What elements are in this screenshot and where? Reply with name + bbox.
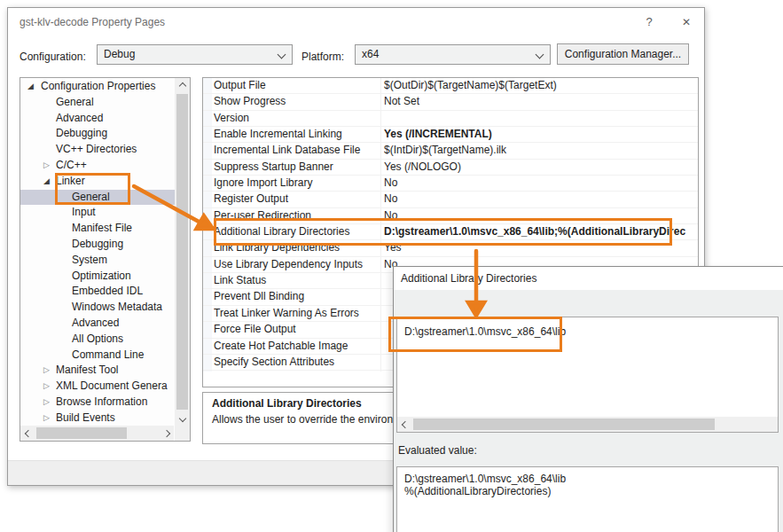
tree-item-c-c-[interactable]: ▷C/C++ xyxy=(20,158,175,174)
configuration-manager-button[interactable]: Configuration Manager... xyxy=(557,43,689,65)
property-label: Per-user Redirection xyxy=(214,208,379,223)
tree-item-label: Debugging xyxy=(72,237,123,253)
property-value[interactable]: No xyxy=(384,192,697,207)
property-value[interactable]: Not Set xyxy=(384,94,697,109)
tree-item-debugging[interactable]: Debugging xyxy=(20,237,175,253)
collapse-arrow-icon[interactable]: ◢ xyxy=(27,79,34,95)
tree-item-advanced[interactable]: Advanced xyxy=(20,316,175,332)
vertical-scroll-thumb[interactable] xyxy=(176,94,188,410)
property-value[interactable]: Yes (/INCREMENTAL) xyxy=(384,127,697,142)
tree-item-browse-information[interactable]: ▷Browse Information xyxy=(20,395,175,411)
horizontal-scroll-thumb[interactable] xyxy=(36,427,127,439)
property-description-text: Allows the user to override the environm xyxy=(212,413,402,426)
scroll-left-icon[interactable] xyxy=(397,417,412,432)
expand-arrow-icon[interactable]: ▷ xyxy=(43,158,50,174)
property-value[interactable]: $(IntDir)$(TargetName).ilk xyxy=(384,143,697,158)
configuration-select[interactable]: Debug xyxy=(97,44,293,65)
scroll-up-icon[interactable] xyxy=(175,78,190,93)
tree-item-general[interactable]: General xyxy=(20,95,175,111)
tree-item-label: Browse Information xyxy=(56,395,147,411)
property-row[interactable]: Output File$(OutDir)$(TargetName)$(Targe… xyxy=(203,78,698,94)
property-value[interactable]: Yes xyxy=(384,240,697,255)
property-label: Enable Incremental Linking xyxy=(214,127,379,142)
collapse-arrow-icon[interactable]: ◢ xyxy=(43,174,50,190)
property-row[interactable]: Register OutputNo xyxy=(203,192,698,207)
property-row[interactable]: Link Library DependenciesYes xyxy=(203,240,698,256)
expand-arrow-icon[interactable]: ▷ xyxy=(43,395,50,411)
property-row[interactable]: Suppress Startup BannerYes (/NOLOGO) xyxy=(203,160,698,176)
tree-item-xml-document-genera[interactable]: ▷XML Document Genera xyxy=(20,379,175,395)
window-title: gst-klv-decode Property Pages xyxy=(20,16,165,28)
property-label: Prevent Dll Binding xyxy=(214,289,379,304)
tree-item-label: Manifest Tool xyxy=(56,363,118,379)
tree-item-label: Command Line xyxy=(72,348,144,364)
platform-select[interactable]: x64 xyxy=(355,44,551,65)
expand-arrow-icon[interactable]: ▷ xyxy=(43,363,50,379)
expand-arrow-icon[interactable]: ▷ xyxy=(43,379,50,395)
horizontal-scroll-thumb[interactable] xyxy=(413,419,715,430)
scroll-down-icon[interactable] xyxy=(175,411,190,426)
config-tree: ◢Configuration PropertiesGeneralAdvanced… xyxy=(20,79,175,426)
tree-item-manifest-tool[interactable]: ▷Manifest Tool xyxy=(20,363,175,379)
tree-item-optimization[interactable]: Optimization xyxy=(20,269,175,285)
listbox-horizontal-scrollbar[interactable] xyxy=(397,417,778,432)
property-value[interactable]: No xyxy=(384,208,697,223)
tree-item-label: C/C++ xyxy=(56,158,87,174)
tree-item-advanced[interactable]: Advanced xyxy=(20,111,175,127)
expand-arrow-icon[interactable]: ▷ xyxy=(43,411,50,426)
tree-item-label: Build Events xyxy=(56,411,115,426)
tree-item-label: Advanced xyxy=(56,111,103,127)
tree-item-configuration-properties[interactable]: ◢Configuration Properties xyxy=(20,79,175,95)
property-label: Version xyxy=(214,111,379,126)
tree-item-label: General xyxy=(56,95,94,111)
directories-list-box[interactable]: D:\gstreamer\1.0\msvc_x86_64\lib xyxy=(396,317,779,433)
property-label: Use Library Dependency Inputs xyxy=(214,257,379,272)
evaluated-value-label: Evaluated value: xyxy=(398,444,477,457)
property-row[interactable]: Per-user RedirectionNo xyxy=(203,208,698,224)
configuration-value: Debug xyxy=(104,48,135,60)
property-row[interactable]: Version xyxy=(203,111,698,127)
scroll-right-icon[interactable] xyxy=(159,426,174,441)
platform-label: Platform: xyxy=(301,50,344,64)
tree-item-label: Configuration Properties xyxy=(41,79,155,95)
tree-vertical-scrollbar[interactable] xyxy=(175,78,190,426)
help-icon[interactable]: ? xyxy=(639,12,659,32)
tree-item-system[interactable]: System xyxy=(20,253,175,269)
chevron-down-icon xyxy=(278,51,286,59)
directory-entry[interactable]: D:\gstreamer\1.0\msvc_x86_64\lib xyxy=(404,325,566,338)
property-row[interactable]: Enable Incremental LinkingYes (/INCREMEN… xyxy=(203,127,698,143)
tree-item-vc-directories[interactable]: VC++ Directories xyxy=(20,142,175,158)
property-value[interactable]: Yes (/NOLOGO) xyxy=(384,160,697,175)
tree-item-linker[interactable]: ◢Linker xyxy=(20,174,175,190)
tree-item-label: XML Document Genera xyxy=(56,379,168,395)
property-value[interactable]: $(OutDir)$(TargetName)$(TargetExt) xyxy=(384,78,697,93)
tree-item-label: Optimization xyxy=(72,269,131,285)
property-label: Additional Library Directories xyxy=(214,224,379,239)
tree-item-general[interactable]: General xyxy=(20,190,175,206)
property-label: Ignore Import Library xyxy=(214,176,379,191)
tree-horizontal-scrollbar[interactable] xyxy=(20,426,174,441)
close-icon[interactable]: ✕ xyxy=(677,12,696,32)
property-label: Link Library Dependencies xyxy=(214,240,379,255)
tree-item-input[interactable]: Input xyxy=(20,205,175,221)
property-value[interactable]: No xyxy=(384,176,697,191)
tree-item-windows-metadata[interactable]: Windows Metadata xyxy=(20,300,175,316)
property-row[interactable]: Show ProgressNot Set xyxy=(203,94,698,110)
property-value[interactable]: D:\gstreamer\1.0\msvc_x86_64\lib;%(Addit… xyxy=(384,224,697,239)
property-row[interactable]: Additional Library DirectoriesD:\gstream… xyxy=(203,224,698,240)
tree-item-command-line[interactable]: Command Line xyxy=(20,348,175,364)
tree-item-label: Manifest File xyxy=(72,221,132,237)
tree-item-all-options[interactable]: All Options xyxy=(20,332,175,348)
tree-item-manifest-file[interactable]: Manifest File xyxy=(20,221,175,237)
property-row[interactable]: Ignore Import LibraryNo xyxy=(203,176,698,192)
platform-value: x64 xyxy=(362,48,379,60)
scroll-left-icon[interactable] xyxy=(20,426,35,441)
tree-item-build-events[interactable]: ▷Build Events xyxy=(20,411,175,426)
property-label: Output File xyxy=(214,78,379,93)
property-row[interactable]: Incremental Link Database File$(IntDir)$… xyxy=(203,143,698,159)
tree-item-embedded-idl[interactable]: Embedded IDL xyxy=(20,284,175,300)
property-label: Register Output xyxy=(214,192,379,207)
evaluated-value-box[interactable]: D:\gstreamer\1.0\msvc_x86_64\lib %(Addit… xyxy=(396,466,779,532)
chevron-down-icon xyxy=(536,51,544,59)
tree-item-debugging[interactable]: Debugging xyxy=(20,126,175,142)
